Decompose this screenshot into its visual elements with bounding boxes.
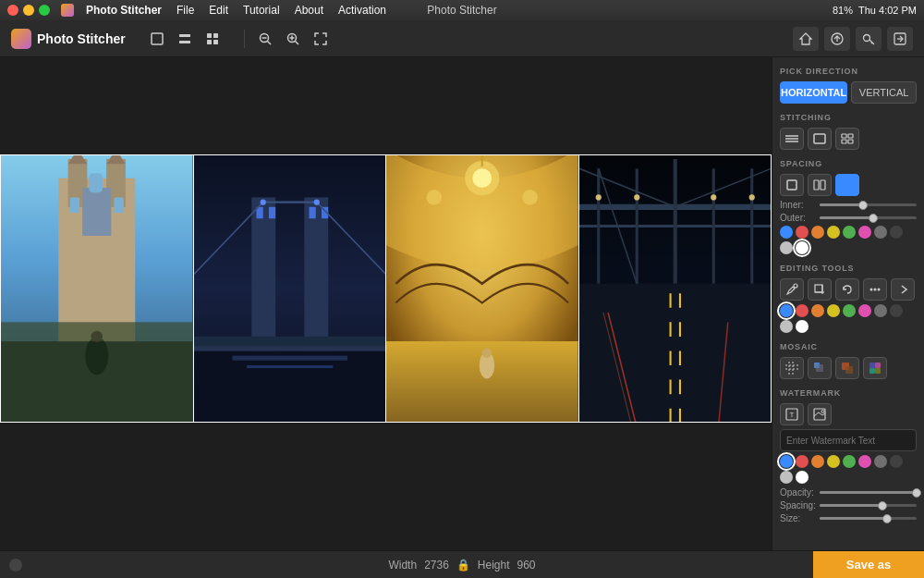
size-slider[interactable] xyxy=(820,517,917,520)
editing-color-swatches xyxy=(780,304,917,333)
wm-swatch-dark[interactable] xyxy=(890,455,903,468)
minimize-button[interactable] xyxy=(23,5,34,16)
menubar-activation[interactable]: Activation xyxy=(332,2,393,18)
spacing-border-btn[interactable] xyxy=(835,174,859,196)
view-single-btn[interactable] xyxy=(144,27,170,51)
swatch-red[interactable] xyxy=(796,226,808,239)
svg-point-49 xyxy=(313,200,319,205)
photo-cell-2[interactable] xyxy=(194,155,387,422)
svg-rect-0 xyxy=(152,33,163,44)
swatch-yellow[interactable] xyxy=(827,226,840,239)
spacing-gap-btn[interactable] xyxy=(808,174,832,196)
wm-swatch-light[interactable] xyxy=(780,471,793,484)
close-button[interactable] xyxy=(7,5,18,16)
export-btn[interactable] xyxy=(887,27,913,51)
wm-spacing-label: Spacing: xyxy=(780,500,815,510)
edit-swatch-green[interactable] xyxy=(843,304,856,317)
crop-btn[interactable] xyxy=(808,278,832,301)
vertical-btn[interactable]: VERTICAL xyxy=(851,81,917,104)
zoom-out-btn[interactable] xyxy=(252,27,278,51)
save-as-button[interactable]: Save as xyxy=(813,551,924,579)
wm-swatch-blue[interactable] xyxy=(780,455,793,468)
opacity-slider[interactable] xyxy=(820,491,917,494)
swatch-white[interactable] xyxy=(796,241,808,254)
edit-swatch-pink[interactable] xyxy=(858,304,871,317)
scroll-indicator[interactable] xyxy=(9,559,22,572)
swatch-orange[interactable] xyxy=(811,226,824,239)
edit-swatch-red[interactable] xyxy=(796,304,808,317)
svg-rect-47 xyxy=(247,365,333,368)
edit-swatch-white[interactable] xyxy=(796,320,808,333)
app-toolbar: Photo Stitcher xyxy=(0,20,924,57)
view-list-btn[interactable] xyxy=(172,27,198,51)
wm-swatch-pink[interactable] xyxy=(858,455,871,468)
edit-swatch-dark[interactable] xyxy=(890,304,903,317)
edit-swatch-orange[interactable] xyxy=(811,304,824,317)
mosaic-buttons xyxy=(780,357,917,379)
svg-point-100 xyxy=(874,289,877,291)
mosaic-pattern-btn[interactable] xyxy=(780,357,804,379)
svg-rect-27 xyxy=(82,188,111,236)
forward-btn[interactable] xyxy=(891,278,915,301)
view-grid-btn[interactable] xyxy=(200,27,225,51)
more-btn[interactable] xyxy=(863,278,887,301)
edit-swatch-gray[interactable] xyxy=(874,304,887,317)
wm-swatch-yellow[interactable] xyxy=(827,455,840,468)
wm-spacing-slider[interactable] xyxy=(820,504,917,507)
watermark-image-btn[interactable] xyxy=(808,403,832,425)
zoom-in-btn[interactable] xyxy=(280,27,306,51)
watermark-text-btn[interactable]: T xyxy=(780,403,804,425)
photo-cell-1[interactable] xyxy=(1,155,194,422)
swatch-gray[interactable] xyxy=(874,226,887,239)
svg-rect-4 xyxy=(213,33,218,38)
swatch-blue[interactable] xyxy=(780,226,793,239)
stitch-grid-btn[interactable] xyxy=(835,128,859,150)
svg-rect-91 xyxy=(814,180,819,190)
wm-swatch-green[interactable] xyxy=(843,455,856,468)
svg-point-78 xyxy=(595,194,601,200)
svg-rect-93 xyxy=(842,180,846,190)
maximize-button[interactable] xyxy=(39,5,50,16)
photo-cell-4[interactable] xyxy=(579,155,772,422)
upload-btn[interactable] xyxy=(824,27,850,51)
stitch-lines-btn[interactable] xyxy=(780,128,804,150)
edit-swatch-yellow[interactable] xyxy=(827,304,840,317)
photo-cell-3[interactable] xyxy=(386,155,579,422)
fit-screen-btn[interactable] xyxy=(308,27,334,51)
edit-swatch-blue[interactable] xyxy=(780,304,793,317)
zoom-buttons xyxy=(252,27,334,51)
edit-swatch-light[interactable] xyxy=(780,320,793,333)
svg-point-58 xyxy=(482,348,492,357)
paint-btn[interactable] xyxy=(780,278,804,301)
menubar-center-title: Photo Stitcher xyxy=(427,4,496,17)
swatch-light[interactable] xyxy=(780,241,793,254)
mosaic-filter-btn[interactable] xyxy=(863,357,887,379)
wm-swatch-gray[interactable] xyxy=(874,455,887,468)
toolbar-right-buttons xyxy=(793,27,913,51)
menubar-about[interactable]: About xyxy=(288,2,330,18)
wm-swatch-red[interactable] xyxy=(796,455,808,468)
swatch-green[interactable] xyxy=(843,226,856,239)
mosaic-blur-btn[interactable] xyxy=(808,357,832,379)
wm-swatch-white[interactable] xyxy=(796,471,808,484)
canvas-area[interactable] xyxy=(0,57,772,550)
swatch-pink[interactable] xyxy=(858,226,871,239)
swatch-dark[interactable] xyxy=(890,226,903,239)
menubar-app-name[interactable]: Photo Stitcher xyxy=(79,2,168,18)
horizontal-btn[interactable]: HORIZONTAL xyxy=(780,81,847,104)
menubar-file[interactable]: File xyxy=(170,2,201,18)
menubar-edit[interactable]: Edit xyxy=(202,2,235,18)
canvas-bottom-space xyxy=(0,423,772,497)
spacing-single-btn[interactable] xyxy=(780,174,804,196)
view-mode-buttons xyxy=(144,27,225,51)
undo-btn[interactable] xyxy=(835,278,859,301)
key-btn[interactable] xyxy=(856,27,881,51)
menubar-tutorial[interactable]: Tutorial xyxy=(237,2,286,18)
outer-slider[interactable] xyxy=(820,216,917,219)
mosaic-overlay-btn[interactable] xyxy=(835,357,859,379)
home-btn[interactable] xyxy=(793,27,819,51)
wm-swatch-orange[interactable] xyxy=(811,455,824,468)
watermark-text-input[interactable] xyxy=(780,429,917,451)
inner-slider[interactable] xyxy=(820,203,917,206)
stitch-border-btn[interactable] xyxy=(808,128,832,150)
